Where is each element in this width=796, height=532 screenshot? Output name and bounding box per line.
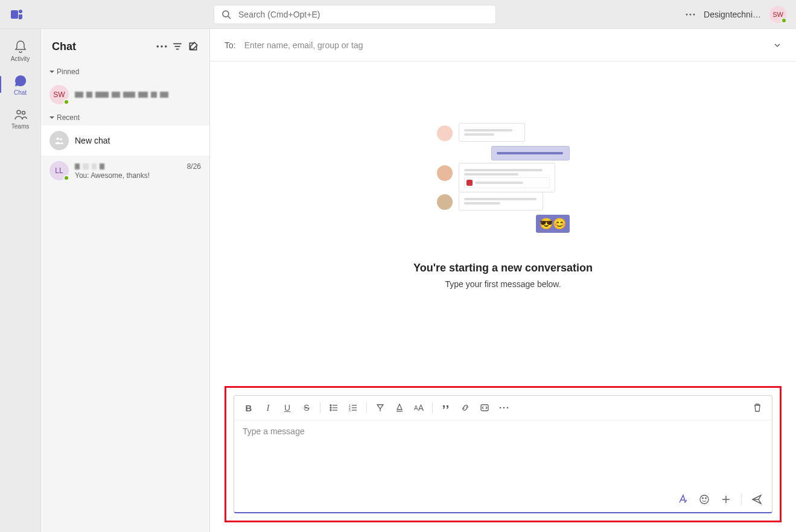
message-input[interactable] — [234, 420, 772, 487]
search-wrap — [24, 5, 686, 24]
format-toggle-button[interactable] — [673, 490, 692, 508]
group-avatar-icon — [49, 131, 69, 150]
rail-chat[interactable]: Chat — [0, 68, 41, 101]
font-color-button[interactable] — [391, 399, 408, 416]
svg-text:3: 3 — [349, 408, 351, 412]
chat-row-pinned[interactable]: SW — [41, 80, 209, 110]
rail-chat-label: Chat — [14, 89, 27, 96]
highlight-button[interactable] — [372, 399, 389, 416]
to-label: To: — [224, 40, 236, 50]
compose-highlight: B I U S 123 AA — [224, 386, 782, 522]
chat-row-name: New chat — [75, 136, 201, 145]
redacted-name — [75, 92, 168, 98]
section-pinned-label: Pinned — [57, 68, 79, 76]
svg-point-33 — [503, 407, 505, 409]
compose-actions — [234, 487, 772, 512]
svg-point-18 — [330, 407, 331, 408]
svg-point-36 — [702, 498, 704, 499]
chat-row-new[interactable]: New chat — [41, 125, 209, 156]
bold-button[interactable]: B — [240, 399, 257, 416]
to-row: To: — [210, 29, 796, 62]
chat-row-time: 8/26 — [187, 162, 201, 171]
svg-point-17 — [330, 405, 331, 406]
teams-logo-icon — [10, 7, 24, 22]
svg-point-19 — [330, 410, 331, 411]
underline-button[interactable]: U — [279, 399, 296, 416]
bullet-list-button[interactable] — [325, 399, 342, 416]
conversation-illustration: 😎😊 — [437, 123, 570, 238]
redacted-name — [75, 163, 104, 169]
more-icon[interactable] — [686, 13, 695, 16]
code-button[interactable] — [476, 399, 493, 416]
chevron-down-icon — [49, 69, 54, 74]
svg-point-6 — [693, 13, 695, 15]
presence-available-icon — [63, 175, 69, 181]
chat-content: To: — [210, 29, 796, 532]
svg-point-37 — [705, 498, 707, 499]
presence-available-icon — [781, 17, 787, 24]
svg-point-7 — [17, 110, 21, 114]
chat-list-title: Chat — [52, 40, 151, 53]
app-root: Designtechni… SW Activity Chat Teams — [0, 0, 796, 532]
user-avatar[interactable]: SW — [769, 6, 786, 23]
section-recent-label: Recent — [57, 113, 80, 122]
topbar-right: Designtechni… SW — [686, 6, 786, 23]
topbar: Designtechni… SW — [0, 0, 796, 29]
svg-point-10 — [161, 45, 162, 47]
chat-row-ll[interactable]: LL 8/26 You: Awesome, thanks! — [41, 156, 209, 186]
svg-point-2 — [223, 11, 229, 17]
italic-button[interactable]: I — [259, 399, 276, 416]
rail-activity-label: Activity — [11, 55, 30, 62]
org-name[interactable]: Designtechni… — [704, 10, 761, 19]
avatar: LL — [49, 161, 69, 180]
font-size-button[interactable]: AA — [410, 399, 427, 416]
chat-list-header: Chat — [41, 29, 209, 64]
svg-point-8 — [22, 111, 25, 114]
more-format-button[interactable] — [495, 399, 512, 416]
section-recent[interactable]: Recent — [41, 110, 209, 125]
chevron-down-icon[interactable] — [773, 41, 782, 49]
avatar: SW — [49, 85, 69, 104]
svg-point-1 — [19, 10, 22, 13]
delete-button[interactable] — [749, 399, 766, 416]
section-pinned[interactable]: Pinned — [41, 64, 209, 80]
emoji-button[interactable] — [695, 490, 713, 508]
to-input[interactable] — [244, 40, 765, 50]
attach-button[interactable] — [717, 490, 735, 508]
search-icon — [221, 10, 231, 19]
compose-icon[interactable] — [188, 41, 199, 52]
filter-icon[interactable] — [172, 41, 183, 52]
presence-available-icon — [63, 99, 69, 105]
chat-row-preview: You: Awesome, thanks! — [75, 171, 201, 180]
more-icon[interactable] — [156, 41, 167, 52]
avatar-initials: SW — [772, 11, 783, 18]
svg-point-34 — [507, 407, 509, 409]
strikethrough-button[interactable]: S — [298, 399, 315, 416]
chevron-down-icon — [49, 115, 54, 120]
svg-point-5 — [690, 13, 692, 15]
people-icon — [13, 107, 28, 122]
svg-point-15 — [57, 138, 60, 141]
empty-state: 😎😊 You're starting a new conversation Ty… — [210, 62, 796, 386]
empty-heading: You're starting a new conversation — [413, 262, 593, 274]
compose-box: B I U S 123 AA — [234, 395, 772, 513]
chat-list: Chat Pinned SW — [41, 29, 210, 532]
main: Activity Chat Teams Chat Pinned — [0, 29, 796, 532]
rail-teams[interactable]: Teams — [0, 101, 41, 135]
svg-point-4 — [686, 13, 688, 15]
bell-icon — [13, 40, 28, 54]
search-box[interactable] — [214, 5, 496, 24]
app-rail: Activity Chat Teams — [0, 29, 41, 532]
svg-point-11 — [165, 45, 167, 47]
rail-activity[interactable]: Activity — [0, 34, 41, 68]
svg-point-16 — [60, 138, 62, 141]
send-button[interactable] — [748, 490, 766, 508]
chat-icon — [13, 74, 28, 88]
quote-button[interactable] — [438, 399, 454, 416]
search-input[interactable] — [238, 10, 488, 19]
svg-point-35 — [700, 495, 708, 504]
empty-subtext: Type your first message below. — [445, 279, 561, 289]
numbered-list-button[interactable]: 123 — [345, 399, 361, 416]
format-toolbar: B I U S 123 AA — [234, 396, 772, 420]
link-button[interactable] — [457, 399, 474, 416]
